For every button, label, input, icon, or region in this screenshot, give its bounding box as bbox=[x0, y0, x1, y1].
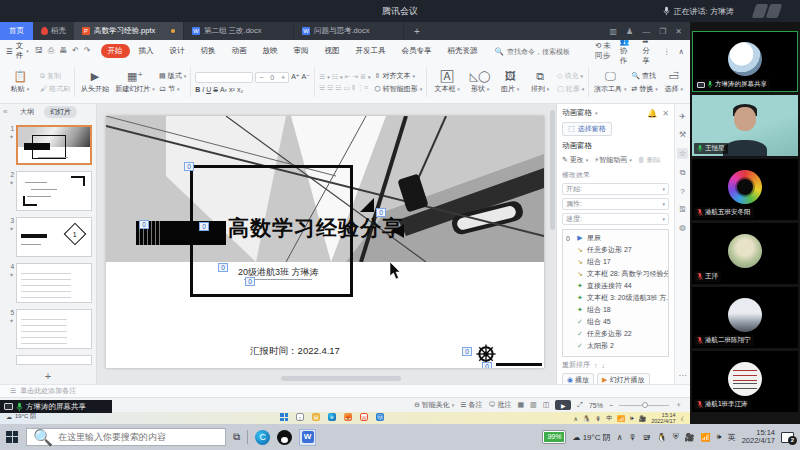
reorder-down-icon[interactable]: ↓ bbox=[602, 362, 606, 369]
select-pane-button[interactable]: ⬚选择窗格 bbox=[562, 122, 612, 136]
align-icons[interactable]: ☱ ☲ ☳ ▭ ⫴ ⋮≡ bbox=[319, 84, 371, 92]
taskbar-search-input[interactable] bbox=[58, 432, 218, 442]
participant-tile[interactable]: 王洋 bbox=[692, 223, 798, 284]
close-button[interactable]: ✕ bbox=[675, 27, 682, 36]
maximize-button[interactable]: ❐ bbox=[659, 27, 666, 36]
browser-icon[interactable]: C bbox=[255, 430, 270, 445]
anim-order-badge[interactable]: 0 bbox=[245, 277, 255, 286]
start-button[interactable] bbox=[280, 413, 288, 421]
volume-icon[interactable]: 🕪 bbox=[630, 415, 634, 422]
settings-panel-icon[interactable]: ⚒ bbox=[679, 130, 686, 139]
ime-indicator[interactable]: 英 bbox=[728, 432, 736, 443]
start-dropdown[interactable]: 开始:▾ bbox=[562, 183, 669, 195]
play-from-start-button[interactable]: ▶从头开始 bbox=[79, 64, 111, 100]
align-text-button[interactable]: ⇳ 对齐文本 ▾ bbox=[375, 71, 423, 81]
strike-button[interactable]: S bbox=[213, 86, 218, 93]
wps-docer-button[interactable]: 稻壳 bbox=[33, 22, 74, 40]
tab-outline[interactable]: 大纲 bbox=[14, 106, 40, 118]
shared-clock[interactable]: 15:142022/4/17 bbox=[651, 413, 675, 424]
wps-taskbar-icon[interactable]: W bbox=[360, 413, 368, 421]
qq-tray-icon[interactable]: 🐧 bbox=[583, 415, 591, 422]
participant-tile[interactable]: 港航1班李江涛 bbox=[692, 351, 798, 412]
props-panel-icon[interactable]: ✈ bbox=[679, 112, 686, 121]
collab-button[interactable]: 👥 协作 bbox=[620, 40, 634, 66]
anim-item[interactable]: ✦文本框 3: 20级港航3班 方... bbox=[563, 292, 668, 304]
wifi-icon[interactable]: 📶 bbox=[701, 433, 711, 442]
anim-order-badge[interactable]: 0 bbox=[482, 362, 492, 368]
note-button[interactable]: ☰ 备注 bbox=[460, 400, 482, 410]
read-view-icon[interactable]: ◫ bbox=[543, 401, 550, 409]
anim-order-badge[interactable]: 0 bbox=[184, 162, 194, 171]
task-view-icon[interactable]: ⧉ bbox=[233, 431, 240, 443]
zoom-slider[interactable] bbox=[619, 405, 669, 406]
italic-button[interactable]: I bbox=[202, 86, 204, 93]
underline-button[interactable]: U bbox=[206, 86, 211, 93]
explorer-icon[interactable]: ▤ bbox=[312, 413, 320, 421]
delete-anim-button[interactable]: 🗑 删除 bbox=[638, 155, 661, 165]
security-tray-icon[interactable]: ⛨ bbox=[673, 432, 679, 442]
minimize-button[interactable]: — bbox=[642, 27, 650, 36]
animation-panel-icon[interactable]: ☆ bbox=[677, 148, 688, 159]
font-color-icon[interactable]: A▾ bbox=[220, 86, 227, 93]
font-size-box[interactable]: −0+ bbox=[255, 72, 289, 83]
night-mode-icon[interactable]: ☾ bbox=[681, 415, 686, 422]
qq-tray-icon[interactable]: 🐧 bbox=[657, 433, 667, 442]
camera-tray-icon[interactable]: 🎥 bbox=[685, 433, 695, 442]
redo-icon[interactable]: ↷ bbox=[84, 46, 91, 56]
taskbar-search-box[interactable]: 🔍 bbox=[26, 428, 226, 446]
firefox-icon[interactable]: 🦊 bbox=[344, 413, 352, 421]
paste-button[interactable]: 📋粘贴 ▾ bbox=[4, 64, 36, 100]
slideshow-button[interactable]: ▶ bbox=[555, 400, 571, 410]
zoom-level[interactable]: 75% bbox=[589, 402, 603, 409]
file-menu[interactable]: ☰ 文件 ▾ bbox=[6, 41, 29, 61]
slide[interactable]: 高数学习经验分享 20级港航3班 方琳涛 汇报时间：2022.4.17 bbox=[106, 116, 544, 368]
new-document-tab-button[interactable]: + bbox=[404, 22, 430, 40]
output-icon[interactable]: ⎙ bbox=[48, 46, 54, 56]
horizontal-scrollbar[interactable] bbox=[281, 376, 401, 381]
grow-font-icon[interactable]: A⁺ bbox=[291, 73, 299, 81]
speed-dropdown[interactable]: 速度:▾ bbox=[562, 213, 669, 225]
superscript-icon[interactable]: x² bbox=[229, 86, 235, 93]
reorder-up-icon[interactable]: ↑ bbox=[594, 362, 598, 369]
change-anim-button[interactable]: ✎ 更改 ▾ bbox=[562, 155, 588, 165]
wifi-icon[interactable]: 📶 bbox=[617, 415, 625, 422]
sorter-view-icon[interactable]: ▥ bbox=[530, 401, 537, 409]
participant-tile-share[interactable]: 方琳涛的屏幕共享 bbox=[692, 31, 798, 92]
collapse-panel-icon[interactable]: « bbox=[3, 107, 7, 116]
anim-item[interactable]: ✓组合 45 bbox=[563, 316, 668, 328]
start-button[interactable] bbox=[6, 431, 19, 444]
wps-active-app-icon[interactable]: W bbox=[299, 429, 316, 446]
tray-expand-icon[interactable]: ∧ bbox=[573, 415, 577, 422]
mic-tray-icon[interactable]: 🎙 bbox=[595, 416, 601, 422]
comment-button[interactable]: 🗨 批注 bbox=[488, 400, 511, 410]
slide-canvas[interactable]: 高数学习经验分享 20级港航3班 方琳涛 汇报时间：2022.4.17 bbox=[97, 104, 556, 384]
anim-item[interactable]: ✓任意多边形 22 bbox=[563, 328, 668, 340]
qq-icon[interactable] bbox=[277, 430, 292, 445]
textbox-button[interactable]: 🄰文本框 ▾ bbox=[431, 64, 463, 100]
anim-item[interactable]: ↘任意多边形 27 bbox=[563, 244, 668, 256]
tray-expand-icon[interactable]: ∧ bbox=[617, 433, 623, 442]
volume-icon[interactable]: 🕪 bbox=[717, 432, 722, 442]
search-taskbar-icon[interactable]: ○ bbox=[296, 413, 304, 421]
undo-icon[interactable]: ↶ bbox=[72, 46, 79, 56]
participant-tile[interactable]: 港航五班安冬阳 bbox=[692, 159, 798, 220]
bold-button[interactable]: B bbox=[195, 86, 200, 93]
doc-tab-docx-1[interactable]: W 第二组 三改.docx bbox=[184, 22, 294, 40]
anim-item[interactable]: ✦直接连接符 44 bbox=[563, 280, 668, 292]
vertical-scrollbar[interactable] bbox=[550, 110, 555, 230]
mic-tray-icon[interactable]: 🎙 bbox=[629, 433, 637, 442]
smart-graphic-button[interactable]: ⬡ 转智能图形 ▾ bbox=[375, 84, 423, 94]
fill-button[interactable]: ◇ 填充 ▾ bbox=[557, 71, 584, 81]
anim-order-badge[interactable]: 0 bbox=[139, 220, 149, 229]
share-indicator[interactable]: 方琳涛的屏幕共享 bbox=[0, 400, 112, 413]
tab-slides[interactable]: 幻灯片 bbox=[44, 106, 77, 118]
ribbon-tab-transition[interactable]: 切换 bbox=[194, 44, 223, 58]
meeting-app-icon[interactable]: Ⓜ bbox=[376, 413, 384, 421]
zoom-in-icon[interactable]: ＋ bbox=[675, 400, 682, 410]
participant-tile[interactable]: 王恒星 bbox=[692, 95, 798, 156]
save-icon[interactable]: 🖫 bbox=[35, 46, 43, 56]
ribbon-tab-insert[interactable]: 插入 bbox=[132, 44, 161, 58]
slide-date[interactable]: 汇报时间：2022.4.17 bbox=[106, 345, 484, 358]
more-panels-icon[interactable]: ⋯ bbox=[679, 371, 687, 380]
section-button[interactable]: 🗂 节 ▾ bbox=[159, 84, 186, 94]
